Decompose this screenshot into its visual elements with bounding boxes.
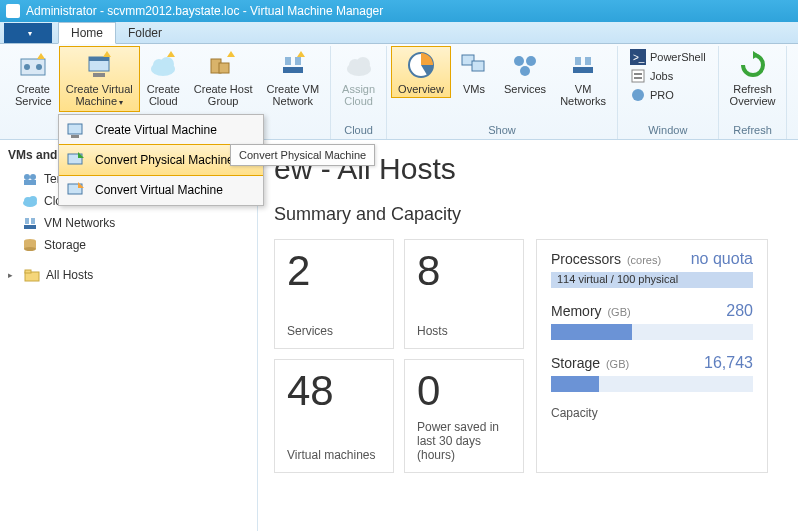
- cloud-icon: [147, 49, 179, 81]
- svg-rect-39: [71, 135, 79, 138]
- assign-cloud-button[interactable]: Assign Cloud: [335, 46, 382, 110]
- svg-rect-51: [25, 218, 29, 224]
- sidebar-item-storage[interactable]: Storage: [4, 234, 253, 256]
- svg-rect-57: [25, 270, 31, 273]
- svg-rect-52: [31, 218, 35, 224]
- svg-point-45: [30, 174, 36, 180]
- svg-point-1: [24, 64, 30, 70]
- services-button[interactable]: Services: [497, 46, 553, 98]
- pro-button[interactable]: PRO: [626, 86, 710, 104]
- vmnet-icon: [22, 215, 38, 231]
- sidebar-item-allhosts[interactable]: ▸ All Hosts: [4, 264, 253, 286]
- folder-icon: [24, 267, 40, 283]
- cloud-icon: [22, 193, 38, 209]
- svg-rect-28: [573, 67, 593, 73]
- dd-create-vm[interactable]: Create Virtual Machine: [59, 115, 263, 145]
- title-bar: Administrator - scvmm2012.baystate.loc -…: [0, 0, 798, 22]
- svg-point-2: [36, 64, 42, 70]
- card-vms: 48 Virtual machines: [274, 359, 394, 473]
- card-power: 0 Power saved in last 30 days (hours): [404, 359, 524, 473]
- vmnetworks-button[interactable]: VM Networks: [553, 46, 613, 110]
- jobs-icon: [630, 68, 646, 84]
- svg-rect-16: [285, 57, 291, 65]
- create-vmnetwork-button[interactable]: Create VM Network: [259, 46, 326, 110]
- svg-marker-41: [78, 152, 84, 158]
- overview-button[interactable]: Overview: [391, 46, 451, 98]
- svg-point-27: [520, 66, 530, 76]
- assign-cloud-icon: [343, 49, 375, 81]
- capacity-panel: Processors (cores)no quota 114 virtual /…: [536, 239, 768, 473]
- ribbon-group-refresh: Refresh Overview Refresh: [719, 46, 788, 139]
- refresh-icon: [737, 49, 769, 81]
- svg-marker-3: [37, 53, 45, 59]
- app-icon: [6, 4, 20, 18]
- chevron-down-icon: ▾: [119, 98, 123, 107]
- service-icon: [17, 49, 49, 81]
- vms-icon: [458, 49, 490, 81]
- svg-rect-5: [89, 57, 109, 61]
- cap-storage: Storage (GB)16,743: [551, 354, 753, 392]
- vmnetworks-show-icon: [567, 49, 599, 81]
- ribbon-group-cloud: Assign Cloud Cloud: [331, 46, 387, 139]
- tab-home[interactable]: Home: [58, 22, 116, 44]
- ribbon-group-window: >_PowerShell Jobs PRO Window: [618, 46, 719, 139]
- svg-point-44: [24, 174, 30, 180]
- ribbon-group-show: Overview VMs Services VM Networks Show: [387, 46, 618, 139]
- cap-processors: Processors (cores)no quota 114 virtual /…: [551, 250, 753, 288]
- ribbon: Create Service Create Virtual Machine▾ C…: [0, 44, 798, 140]
- file-menu[interactable]: [4, 23, 52, 43]
- overview-icon: [405, 49, 437, 81]
- convert-vm-icon: [65, 179, 87, 201]
- pro-icon: [630, 87, 646, 103]
- tab-folder[interactable]: Folder: [116, 23, 174, 43]
- svg-point-25: [514, 56, 524, 66]
- powershell-icon: >_: [630, 49, 646, 65]
- svg-rect-29: [575, 57, 581, 65]
- services-icon: [509, 49, 541, 81]
- window-title: Administrator - scvmm2012.baystate.loc -…: [26, 4, 383, 18]
- svg-rect-24: [472, 61, 484, 71]
- create-cloud-button[interactable]: Create Cloud: [140, 46, 187, 110]
- card-services: 2 Services: [274, 239, 394, 349]
- vm-icon: [65, 119, 87, 141]
- svg-marker-43: [78, 182, 84, 188]
- jobs-button[interactable]: Jobs: [626, 67, 710, 85]
- svg-point-10: [160, 57, 174, 71]
- svg-rect-33: [632, 70, 644, 82]
- svg-rect-6: [93, 73, 105, 77]
- create-vm-button[interactable]: Create Virtual Machine▾: [59, 46, 140, 112]
- svg-point-36: [632, 89, 644, 101]
- svg-rect-15: [283, 67, 303, 73]
- svg-rect-30: [585, 57, 591, 65]
- tooltip: Convert Physical Machine: [230, 144, 375, 166]
- svg-marker-7: [103, 51, 111, 57]
- svg-rect-17: [295, 57, 301, 65]
- cap-memory: Memory (GB)280: [551, 302, 753, 340]
- refresh-overview-button[interactable]: Refresh Overview: [723, 46, 783, 110]
- card-hosts: 8 Hosts: [404, 239, 524, 349]
- tenants-icon: [22, 171, 38, 187]
- svg-point-21: [356, 57, 370, 71]
- svg-rect-34: [634, 73, 642, 75]
- svg-marker-11: [167, 51, 175, 57]
- create-service-button[interactable]: Create Service: [8, 46, 59, 110]
- section-title: Summary and Capacity: [274, 204, 782, 225]
- svg-rect-38: [68, 124, 82, 134]
- svg-rect-35: [634, 77, 642, 79]
- vms-button[interactable]: VMs: [451, 46, 497, 98]
- expand-arrow-icon[interactable]: ▸: [8, 270, 18, 280]
- sidebar-item-vmnetworks[interactable]: VM Networks: [4, 212, 253, 234]
- svg-point-26: [526, 56, 536, 66]
- vm-icon: [83, 49, 115, 81]
- svg-marker-14: [227, 51, 235, 57]
- svg-rect-13: [219, 63, 229, 73]
- svg-marker-18: [297, 51, 305, 57]
- svg-rect-46: [24, 180, 36, 185]
- svg-point-55: [24, 247, 36, 251]
- vmnetwork-icon: [277, 49, 309, 81]
- dd-convert-vm[interactable]: Convert Virtual Machine: [59, 175, 263, 205]
- powershell-button[interactable]: >_PowerShell: [626, 48, 710, 66]
- hostgroup-icon: [207, 49, 239, 81]
- create-hostgroup-button[interactable]: Create Host Group: [187, 46, 260, 110]
- svg-text:>_: >_: [633, 52, 645, 63]
